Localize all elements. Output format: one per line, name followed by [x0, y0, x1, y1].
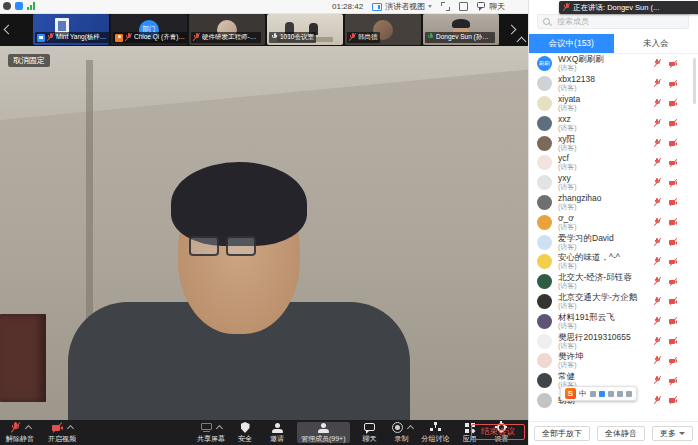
- sogou-logo-icon[interactable]: S: [565, 388, 576, 399]
- meeting-info-icon[interactable]: [3, 2, 11, 10]
- video-thumbnail[interactable]: 1010会议室: [267, 14, 343, 45]
- camera-off-icon[interactable]: [669, 99, 678, 107]
- ime-toolbar[interactable]: S 中: [560, 386, 637, 401]
- camera-off-icon[interactable]: [669, 80, 678, 88]
- mic-muted-icon[interactable]: [653, 317, 661, 326]
- filmstrip-next-icon[interactable]: [507, 25, 517, 35]
- toolbar-button[interactable]: 安全: [233, 422, 257, 443]
- mic-muted-icon[interactable]: [653, 139, 661, 148]
- mic-muted-icon[interactable]: [653, 257, 661, 266]
- participant-row[interactable]: xy阳 (访客): [529, 133, 698, 153]
- mic-muted-icon[interactable]: [653, 79, 661, 88]
- camera-off-icon[interactable]: [669, 218, 678, 226]
- camera-off-icon[interactable]: [669, 139, 678, 147]
- mute-all-button[interactable]: 全体静音: [597, 426, 645, 441]
- end-meeting-button[interactable]: 结束会议: [471, 424, 525, 440]
- filmstrip-prev-icon[interactable]: [4, 25, 14, 35]
- ime-language-mode[interactable]: 中: [579, 389, 587, 399]
- view-mode-button[interactable]: 演讲者视图: [372, 1, 432, 12]
- camera-off-icon[interactable]: [669, 258, 678, 266]
- toolbar-button[interactable]: 开启视频: [48, 422, 76, 443]
- toolbar-button[interactable]: 邀请: [265, 422, 289, 443]
- toolbar-button[interactable]: 共享屏幕: [197, 422, 225, 443]
- camera-off-icon[interactable]: [669, 317, 678, 325]
- mic-muted-icon[interactable]: [653, 238, 661, 247]
- search-input[interactable]: [555, 16, 684, 27]
- mic-muted-icon[interactable]: [653, 198, 661, 207]
- video-thumbnail[interactable]: 硬件研发工程师-王新智: [189, 14, 265, 45]
- participant-row[interactable]: 北交大-经济-邱钰蓉 (访客): [529, 272, 698, 292]
- participant-row[interactable]: 刷刷 WXQ刷刷刷 (访客): [529, 54, 698, 74]
- lower-all-hands-button[interactable]: 全部手放下: [534, 426, 590, 441]
- chevron-up-icon[interactable]: [67, 424, 74, 431]
- participant-row[interactable]: yxy (访客): [529, 173, 698, 193]
- toolbar-button-label: 开启视频: [48, 434, 76, 443]
- camera-off-icon[interactable]: [669, 396, 678, 404]
- filmstrip-collapse-icon[interactable]: [517, 37, 527, 47]
- participant-row[interactable]: xxz (访客): [529, 113, 698, 133]
- camera-off-icon[interactable]: [669, 297, 678, 305]
- security-level-icon[interactable]: [15, 2, 23, 10]
- mic-muted-icon[interactable]: [653, 99, 661, 108]
- list-scrollbar[interactable]: [693, 58, 696, 104]
- participant-row[interactable]: 爱学习的David (访客): [529, 232, 698, 252]
- mic-muted-icon[interactable]: [653, 119, 661, 128]
- toolbar-button[interactable]: 录制: [390, 422, 414, 443]
- mic-muted-icon[interactable]: [653, 337, 661, 346]
- mic-muted-icon[interactable]: [653, 376, 661, 385]
- mic-muted-icon[interactable]: [653, 218, 661, 227]
- video-thumbnail[interactable]: Mint Yang(杨梓铭)...: [33, 14, 109, 45]
- mic-muted-icon[interactable]: [653, 396, 661, 405]
- chevron-up-icon[interactable]: [216, 424, 223, 431]
- video-thumbnail[interactable]: Dongev Sun (孙东君): [423, 14, 499, 45]
- video-thumbnail[interactable]: 部门 Chloe Qi (齐青)-文...: [111, 14, 187, 45]
- mic-muted-icon[interactable]: [653, 277, 661, 286]
- participant-row[interactable]: ycf (访客): [529, 153, 698, 173]
- video-thumbnail[interactable]: 韩尚德: [345, 14, 421, 45]
- camera-off-icon[interactable]: [669, 198, 678, 206]
- camera-off-icon[interactable]: [669, 357, 678, 365]
- chevron-up-icon[interactable]: [25, 424, 32, 431]
- toolbar-button[interactable]: 聊天: [358, 422, 382, 443]
- fullscreen-icon[interactable]: [441, 2, 450, 11]
- camera-off-icon[interactable]: [669, 119, 678, 127]
- chevron-up-icon[interactable]: [407, 424, 414, 431]
- camera-off-icon[interactable]: [669, 377, 678, 385]
- mic-muted-icon[interactable]: [653, 178, 661, 187]
- participant-row[interactable]: 樊思行2019310655 (访客): [529, 331, 698, 351]
- participant-row[interactable]: zhangzihao (访客): [529, 193, 698, 213]
- search-box[interactable]: [537, 14, 689, 29]
- popout-icon[interactable]: [459, 2, 468, 11]
- camera-off-icon[interactable]: [669, 60, 678, 68]
- toolbar-button[interactable]: 管理成员(99+): [297, 422, 350, 443]
- unpin-button[interactable]: 取消固定: [8, 54, 50, 67]
- mic-muted-icon[interactable]: [653, 297, 661, 306]
- camera-off-icon[interactable]: [669, 179, 678, 187]
- tab-not-joined[interactable]: 未入会: [614, 34, 698, 53]
- ime-toolbox-icon[interactable]: [626, 391, 632, 397]
- toolbar-button[interactable]: 分组讨论: [422, 422, 450, 443]
- camera-off-icon[interactable]: [669, 337, 678, 345]
- participant-row[interactable]: ơ_ơ (访客): [529, 212, 698, 232]
- more-button[interactable]: 更多: [652, 426, 693, 441]
- ime-pen-icon[interactable]: [590, 391, 596, 397]
- participant-row[interactable]: 安心的味道，^-^ (访客): [529, 252, 698, 272]
- tab-in-meeting[interactable]: 会议中(153): [529, 34, 614, 53]
- participant-row[interactable]: xbx12138 (访客): [529, 74, 698, 94]
- mic-muted-icon[interactable]: [653, 158, 661, 167]
- camera-off-icon[interactable]: [669, 159, 678, 167]
- participant-row[interactable]: 樊许坤 (访客): [529, 351, 698, 371]
- chat-top-button[interactable]: 聊天: [477, 1, 505, 12]
- ime-mic-icon[interactable]: [599, 391, 605, 397]
- camera-off-icon[interactable]: [669, 238, 678, 246]
- mic-muted-icon[interactable]: [653, 59, 661, 68]
- camera-off-icon[interactable]: [669, 278, 678, 286]
- room-furniture: [0, 314, 46, 402]
- participant-row[interactable]: 北京交通大学-方企鹅 (访客): [529, 292, 698, 312]
- mic-muted-icon[interactable]: [653, 356, 661, 365]
- ime-emoji-icon[interactable]: [608, 391, 614, 397]
- participant-row[interactable]: xiyata (访客): [529, 94, 698, 114]
- ime-keyboard-icon[interactable]: [617, 391, 623, 397]
- toolbar-button[interactable]: 解除静音: [6, 422, 34, 443]
- participant-row[interactable]: 材料191邢云飞 (访客): [529, 311, 698, 331]
